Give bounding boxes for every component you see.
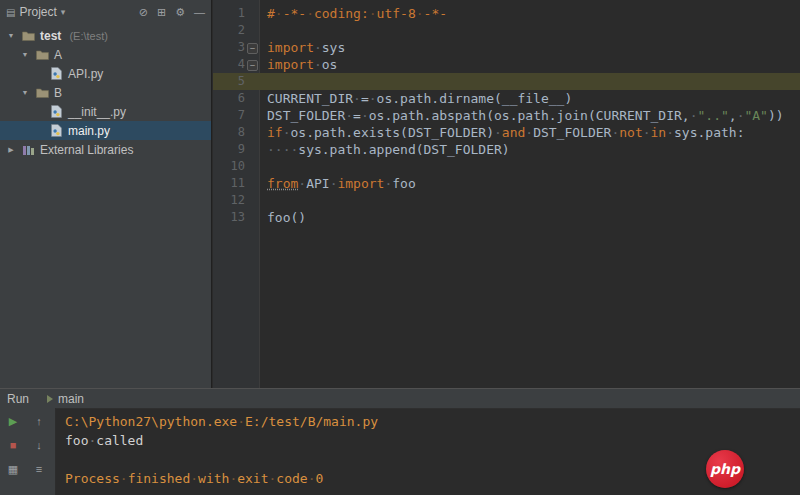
tree-item-label: A (54, 48, 62, 62)
code-text: import·os (260, 56, 337, 73)
tree-item-label: main.py (68, 124, 110, 138)
editor-line-9[interactable]: 9····sys.path.append(DST_FOLDER) (213, 141, 800, 158)
console-line-1: C:\Python27\python.exe·E:/test/B/main.py (65, 412, 792, 431)
run-panel-title: Run (7, 392, 29, 406)
tree-item-path: (E:\test) (66, 30, 108, 42)
run-panel-header: Run main (0, 389, 800, 409)
tree-item-test[interactable]: ▼test (E:\test) (0, 26, 211, 45)
python-file-icon (49, 105, 63, 118)
fold-column (245, 22, 260, 39)
rerun-icon[interactable]: ▶ (9, 415, 17, 428)
tree-item-label: External Libraries (40, 143, 133, 157)
navigate-up-icon[interactable]: ↑ (36, 415, 42, 428)
editor-lines: 1#·-*-·coding:·utf-8·-*-23−import·sys4−i… (213, 5, 800, 226)
chevron-expanded-icon[interactable]: ▼ (20, 51, 30, 58)
tree-item-b[interactable]: ▼B (0, 83, 211, 102)
restore-layout-icon[interactable]: ▦ (8, 463, 18, 476)
chevron-down-icon[interactable]: ▾ (61, 7, 66, 17)
code-text (260, 22, 267, 39)
line-number: 2 (213, 22, 245, 39)
project-pane-icon: ▤ (6, 7, 15, 18)
python-file-icon (49, 67, 63, 80)
tree-item-label: API.py (68, 67, 103, 81)
settings-gear-icon[interactable]: ⚙ (175, 5, 185, 19)
editor-line-3[interactable]: 3−import·sys (213, 39, 800, 56)
fold-column (245, 158, 260, 175)
folder-icon (35, 87, 49, 98)
run-panel-body: ▶↑■↓▦≡ C:\Python27\python.exe·E:/test/B/… (0, 408, 800, 495)
navigate-down-icon[interactable]: ↓ (36, 439, 42, 452)
editor-line-8[interactable]: 8if·os.path.exists(DST_FOLDER)·and·DST_F… (213, 124, 800, 141)
ide-window: ▤ Project ▾ ⊘⊞⚙— ▼test (E:\test)▼AAPI.py… (0, 0, 800, 495)
project-panel-title[interactable]: Project (19, 5, 56, 19)
tree-item-external-libraries[interactable]: ▶External Libraries (0, 140, 211, 159)
fold-marker-icon[interactable]: − (245, 56, 260, 73)
code-text (260, 192, 267, 209)
code-text: CURRENT_DIR·=·os.path.dirname(__file__) (260, 90, 572, 107)
fold-column (245, 73, 260, 90)
editor-line-10[interactable]: 10 (213, 158, 800, 175)
line-number: 11 (213, 175, 245, 192)
code-editor[interactable]: 1#·-*-·coding:·utf-8·-*-23−import·sys4−i… (213, 0, 800, 388)
run-config-icon (47, 395, 53, 403)
project-header-actions: ⊘⊞⚙— (139, 5, 205, 19)
fold-column (245, 5, 260, 22)
editor-line-1[interactable]: 1#·-*-·coding:·utf-8·-*- (213, 5, 800, 22)
editor-line-6[interactable]: 6CURRENT_DIR·=·os.path.dirname(__file__) (213, 90, 800, 107)
editor-line-5[interactable]: 5 (213, 73, 800, 90)
console-icon[interactable]: ≡ (36, 463, 42, 476)
run-tab-main[interactable]: main (39, 389, 92, 408)
code-text: import·sys (260, 39, 345, 56)
tree-item-label: test (40, 29, 61, 43)
editor-line-13[interactable]: 13foo() (213, 209, 800, 226)
locate-icon[interactable]: ⊘ (139, 5, 148, 19)
fold-column (245, 141, 260, 158)
fold-marker-icon[interactable]: − (245, 39, 260, 56)
project-panel: ▤ Project ▾ ⊘⊞⚙— ▼test (E:\test)▼AAPI.py… (0, 0, 212, 388)
tree-item-api.py[interactable]: API.py (0, 64, 211, 83)
chevron-expanded-icon[interactable]: ▼ (20, 89, 30, 96)
tree-item-label: B (54, 86, 62, 100)
hide-icon[interactable]: — (194, 5, 205, 19)
run-toolbar: ▶↑■↓▦≡ (0, 408, 56, 495)
code-text: if·os.path.exists(DST_FOLDER)·and·DST_FO… (260, 124, 744, 141)
folder-icon (35, 49, 49, 60)
line-number: 1 (213, 5, 245, 22)
editor-line-2[interactable]: 2 (213, 22, 800, 39)
line-number: 7 (213, 107, 245, 124)
chevron-collapsed-icon[interactable]: ▶ (6, 146, 16, 154)
code-text (260, 73, 267, 90)
fold-column (245, 107, 260, 124)
editor-line-7[interactable]: 7DST_FOLDER·=·os.path.abspath(os.path.jo… (213, 107, 800, 124)
code-text: #·-*-·coding:·utf-8·-*- (260, 5, 447, 22)
line-number: 5 (213, 73, 245, 90)
line-number: 9 (213, 141, 245, 158)
line-number: 3 (213, 39, 245, 56)
run-console[interactable]: C:\Python27\python.exe·E:/test/B/main.py… (57, 408, 800, 495)
line-number: 6 (213, 90, 245, 107)
editor-line-12[interactable]: 12 (213, 192, 800, 209)
run-panel: Run main ▶↑■↓▦≡ C:\Python27\python.exe·E… (0, 388, 800, 495)
project-panel-header: ▤ Project ▾ ⊘⊞⚙— (0, 0, 211, 24)
tree-item-__init__.py[interactable]: __init__.py (0, 102, 211, 121)
editor-line-4[interactable]: 4−import·os (213, 56, 800, 73)
tree-item-a[interactable]: ▼A (0, 45, 211, 64)
fold-column (245, 209, 260, 226)
split-icon[interactable]: ⊞ (157, 5, 166, 19)
editor-line-11[interactable]: 11from·API·import·foo (213, 175, 800, 192)
run-tab-label: main (58, 392, 84, 406)
console-line-3 (65, 450, 792, 469)
tree-item-main.py[interactable]: main.py (0, 121, 211, 140)
line-number: 4 (213, 56, 245, 73)
line-number: 8 (213, 124, 245, 141)
line-number: 13 (213, 209, 245, 226)
fold-column (245, 124, 260, 141)
code-text: DST_FOLDER·=·os.path.abspath(os.path.joi… (260, 107, 784, 124)
php-watermark-logo: php (706, 450, 744, 488)
stop-icon[interactable]: ■ (10, 439, 17, 452)
libraries-icon (21, 144, 35, 156)
chevron-expanded-icon[interactable]: ▼ (6, 32, 16, 39)
project-tree: ▼test (E:\test)▼AAPI.py▼B__init__.pymain… (0, 26, 211, 159)
python-file-icon (49, 124, 63, 137)
fold-column (245, 192, 260, 209)
